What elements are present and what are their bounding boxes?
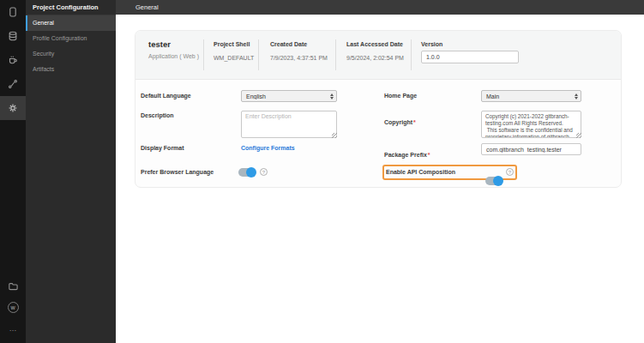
required-asterisk: *: [428, 152, 430, 158]
enable-api-composition-label: Enable API Composition: [386, 169, 455, 175]
configure-formats-link[interactable]: Configure Formats: [241, 145, 295, 151]
version-input[interactable]: [421, 51, 519, 63]
created-date-value: 7/9/2023, 4:37:51 PM: [270, 55, 328, 61]
wm-badge-icon[interactable]: W: [0, 297, 26, 318]
version-label: Version: [421, 41, 442, 47]
package-prefix-label: Package Prefix: [384, 152, 427, 158]
select-stepper-icon: [572, 93, 581, 99]
wm-badge-letter: W: [8, 302, 19, 313]
gear-icon[interactable]: [0, 96, 26, 120]
default-language-value: English: [242, 93, 328, 99]
icon-rail: W …: [0, 0, 26, 343]
general-settings-card: tester Application ( Web ) Project Shell…: [135, 30, 622, 188]
package-prefix-label-group: Package Prefix*: [384, 145, 430, 160]
sidebar-item-artifacts[interactable]: Artifacts: [26, 62, 116, 77]
copyright-label-group: Copyright*: [384, 112, 416, 128]
default-language-select[interactable]: English: [241, 90, 337, 102]
project-info-section: tester Application ( Web ) Project Shell…: [135, 31, 621, 80]
project-shell-label: Project Shell: [214, 41, 250, 47]
package-prefix-input[interactable]: [481, 143, 581, 155]
project-type: Application ( Web ): [148, 53, 199, 59]
prefer-browser-language-label: Prefer Browser Language: [141, 169, 214, 175]
display-format-label: Display Format: [141, 145, 184, 151]
config-sidebar: Project Configuration General Profile Co…: [26, 0, 116, 343]
copyright-textarea[interactable]: Copyright (c) 2021-2022 gitbranch- testi…: [481, 111, 581, 138]
copyright-label: Copyright: [384, 119, 412, 125]
project-shell-value: WM_DEFAULT: [214, 55, 254, 61]
sidebar-title: Project Configuration: [26, 0, 116, 15]
home-page-select[interactable]: Main: [481, 90, 581, 102]
page-header: General: [116, 0, 644, 15]
folder-icon[interactable]: [0, 275, 26, 297]
default-language-label: Default Language: [141, 93, 191, 99]
coffee-icon[interactable]: [0, 48, 26, 72]
home-page-label: Home Page: [384, 93, 417, 99]
sidebar-item-security[interactable]: Security: [26, 46, 116, 62]
sidebar-item-profile-configuration[interactable]: Profile Configuration: [26, 31, 116, 46]
required-asterisk: *: [413, 119, 416, 125]
divider: [258, 39, 259, 70]
icon-rail-bottom: W …: [0, 275, 26, 340]
sidebar-item-general[interactable]: General: [26, 15, 116, 31]
prefer-browser-language-toggle[interactable]: [238, 168, 256, 177]
help-icon[interactable]: ?: [260, 168, 268, 176]
database-icon[interactable]: [0, 24, 26, 48]
last-accessed-date-label: Last Accessed Date: [346, 41, 403, 47]
home-page-value: Main: [482, 93, 572, 99]
divider: [335, 39, 336, 70]
project-name: tester: [148, 39, 171, 49]
flow-icon[interactable]: [0, 72, 26, 96]
enable-api-composition-toggle[interactable]: [485, 177, 503, 185]
divider: [203, 39, 204, 70]
divider: [411, 39, 412, 70]
last-accessed-date-value: 9/5/2024, 2:02:54 PM: [346, 55, 404, 61]
help-icon[interactable]: ?: [506, 168, 514, 176]
description-textarea[interactable]: [241, 111, 337, 138]
page-title: General: [135, 3, 159, 11]
mobile-icon[interactable]: [0, 0, 26, 24]
more-icon[interactable]: …: [0, 318, 26, 340]
more-glyph: …: [9, 325, 17, 333]
select-stepper-icon: [328, 93, 336, 99]
created-date-label: Created Date: [270, 41, 307, 47]
description-label: Description: [141, 112, 174, 118]
